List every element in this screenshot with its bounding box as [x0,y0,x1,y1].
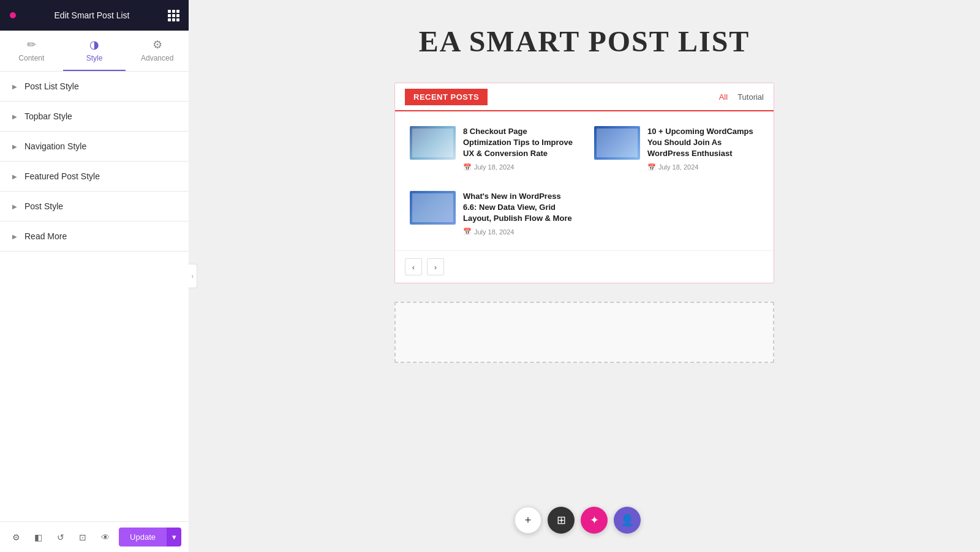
update-button[interactable]: Update [119,528,167,546]
tab-content-label: Content [18,54,44,62]
accordion-read-more[interactable]: ▶ Read More [0,222,189,252]
post-info: 8 Checkout Page Optimization Tips to Imp… [463,126,575,171]
sidebar-header: Edit Smart Post List [0,0,189,31]
accordion-featured-post-style-label: Featured Post Style [24,171,100,181]
nav-all-link[interactable]: All [719,92,728,102]
post-list-widget: RECENT POSTS All Tutorial 8 Checkout Pag… [394,83,774,283]
post-title[interactable]: 10 + Upcoming WordCamps You Should Join … [647,126,759,160]
preview-icon-btn[interactable]: 👁 [97,528,114,546]
post-date-text: July 18, 2024 [474,163,514,171]
menu-icon[interactable] [168,10,179,21]
layers-icon-btn[interactable]: ◧ [29,528,47,546]
chevron-icon: ▶ [12,203,17,210]
sidebar-collapse-handle[interactable]: ‹ [189,264,197,288]
widget-nav-links: All Tutorial [719,92,764,102]
accordion-topbar-style-label: Topbar Style [24,111,72,121]
post-date: 📅 July 18, 2024 [647,163,759,171]
post-info: What's New in WordPress 6.6: New Data Vi… [463,191,575,236]
accordion-post-style[interactable]: ▶ Post Style [0,192,189,222]
user-button[interactable]: 👤 [614,507,641,534]
bottom-toolbar: ⚙ ◧ ↺ ⊡ 👁 Update ▾ [0,521,189,552]
folder-button[interactable]: ⊞ [548,507,575,534]
thumb-screen-overlay [412,193,453,222]
add-element-button[interactable]: + [514,507,541,534]
post-date: 📅 July 18, 2024 [463,228,575,236]
post-card: 10 + Upcoming WordCamps You Should Join … [589,121,764,176]
post-info: 10 + Upcoming WordCamps You Should Join … [647,126,759,171]
widget-topbar: RECENT POSTS All Tutorial [395,83,774,111]
floating-action-buttons: + ⊞ ✦ 👤 [514,507,641,534]
brand-dot-icon [10,12,16,18]
style-tab-icon: ◑ [89,38,99,51]
advanced-tab-icon: ⚙ [153,38,162,51]
post-card: 8 Checkout Page Optimization Tips to Imp… [405,121,579,176]
post-title[interactable]: What's New in WordPress 6.6: New Data Vi… [463,191,575,225]
sidebar-title: Edit Smart Post List [55,10,130,20]
ai-assist-button[interactable]: ✦ [581,507,608,534]
sidebar: Edit Smart Post List ✏ Content ◑ Style ⚙… [0,0,189,552]
accordion-read-more-label: Read More [24,231,67,241]
content-tab-icon: ✏ [27,38,36,51]
thumb-screen-overlay [597,129,638,157]
posts-grid: 8 Checkout Page Optimization Tips to Imp… [395,111,774,250]
update-btn-wrapper: Update ▾ [119,528,181,546]
post-date: 📅 July 18, 2024 [463,163,575,171]
post-title[interactable]: 8 Checkout Page Optimization Tips to Imp… [463,126,575,160]
chevron-icon: ▶ [12,113,17,120]
next-page-button[interactable]: › [427,258,444,275]
tab-style-label: Style [86,54,103,62]
tab-content[interactable]: ✏ Content [0,31,63,71]
main-content: EA SMART POST LIST RECENT POSTS All Tuto… [189,0,980,552]
post-date-text: July 18, 2024 [474,228,514,236]
calendar-icon: 📅 [463,228,472,236]
accordion-list: ▶ Post List Style ▶ Topbar Style ▶ Navig… [0,72,189,522]
accordion-topbar-style[interactable]: ▶ Topbar Style [0,102,189,132]
post-card: What's New in WordPress 6.6: New Data Vi… [405,186,579,241]
post-thumbnail[interactable] [410,191,456,225]
tab-advanced[interactable]: ⚙ Advanced [126,31,189,71]
chevron-icon: ▶ [12,173,17,180]
post-thumbnail[interactable] [410,126,456,160]
chevron-icon: ▶ [12,83,17,90]
accordion-navigation-style-label: Navigation Style [24,141,86,151]
empty-widget-placeholder [394,302,774,363]
accordion-post-list-style[interactable]: ▶ Post List Style [0,72,189,102]
accordion-navigation-style[interactable]: ▶ Navigation Style [0,132,189,162]
history-icon-btn[interactable]: ↺ [52,528,69,546]
thumb-screen-overlay [412,129,453,157]
settings-icon-btn[interactable]: ⚙ [7,528,24,546]
accordion-post-list-style-label: Post List Style [24,81,79,91]
calendar-icon: 📅 [647,163,656,171]
chevron-icon: ▶ [12,233,17,240]
accordion-featured-post-style[interactable]: ▶ Featured Post Style [0,162,189,192]
calendar-icon: 📅 [463,163,472,171]
prev-page-button[interactable]: ‹ [405,258,422,275]
post-date-text: July 18, 2024 [658,163,698,171]
post-thumbnail[interactable] [594,126,640,160]
page-title: EA SMART POST LIST [419,24,750,58]
recent-posts-label: RECENT POSTS [405,89,488,105]
accordion-post-style-label: Post Style [24,201,63,211]
chevron-icon: ▶ [12,143,17,150]
tab-bar: ✏ Content ◑ Style ⚙ Advanced [0,31,189,72]
widget-pagination: ‹ › [395,250,774,283]
tab-style[interactable]: ◑ Style [63,31,126,71]
responsive-icon-btn[interactable]: ⊡ [74,528,91,546]
nav-tutorial-link[interactable]: Tutorial [737,92,764,102]
update-dropdown-button[interactable]: ▾ [167,528,181,546]
tab-advanced-label: Advanced [141,54,173,62]
